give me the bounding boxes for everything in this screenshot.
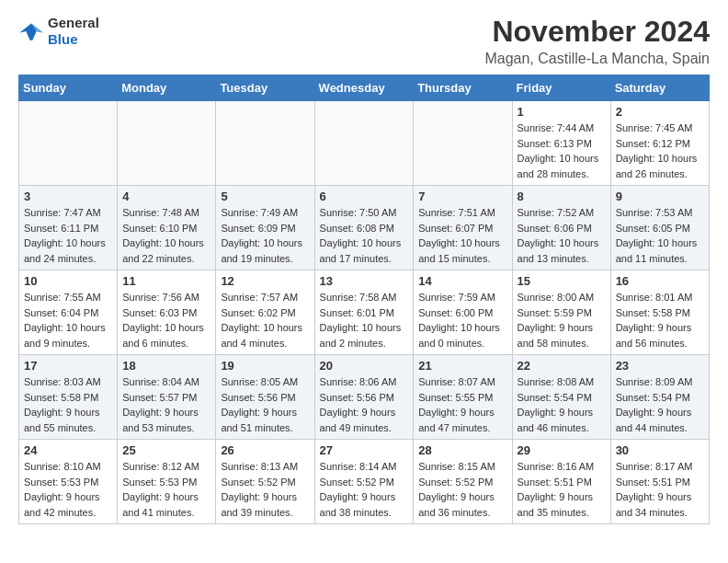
- day-number: 1: [518, 105, 606, 119]
- day-number: 3: [24, 190, 112, 203]
- calendar-week-row: 3Sunrise: 7:47 AMSunset: 6:11 PMDaylight…: [19, 186, 710, 270]
- day-number: 13: [320, 274, 409, 288]
- calendar-day-cell: 27Sunrise: 8:14 AMSunset: 5:52 PMDayligh…: [314, 440, 414, 524]
- weekday-header-thursday: Thursday: [414, 75, 512, 101]
- calendar-day-cell: 5Sunrise: 7:49 AMSunset: 6:09 PMDaylight…: [216, 186, 314, 270]
- calendar-day-cell: 23Sunrise: 8:09 AMSunset: 5:54 PMDayligh…: [610, 355, 709, 440]
- day-number: 15: [518, 274, 606, 288]
- day-detail: Sunrise: 7:58 AMSunset: 6:01 PMDaylight:…: [320, 290, 409, 350]
- day-detail: Sunrise: 8:12 AMSunset: 5:53 PMDaylight:…: [122, 459, 210, 520]
- calendar-week-row: 1Sunrise: 7:44 AMSunset: 6:13 PMDaylight…: [19, 101, 710, 186]
- calendar-week-row: 24Sunrise: 8:10 AMSunset: 5:53 PMDayligh…: [19, 440, 710, 524]
- calendar-day-cell: 12Sunrise: 7:57 AMSunset: 6:02 PMDayligh…: [216, 270, 314, 355]
- title-area: November 2024 Magan, Castille-La Mancha,…: [484, 15, 710, 67]
- day-number: 28: [418, 443, 506, 457]
- day-number: 12: [221, 274, 309, 288]
- logo-general-text: General: [48, 15, 99, 30]
- weekday-header-row: SundayMondayTuesdayWednesdayThursdayFrid…: [19, 75, 710, 101]
- day-detail: Sunrise: 7:44 AMSunset: 6:13 PMDaylight:…: [518, 121, 606, 181]
- location-title: Magan, Castille-La Mancha, Spain: [484, 51, 710, 67]
- day-number: 20: [320, 359, 409, 373]
- day-number: 14: [418, 274, 506, 288]
- day-number: 30: [616, 443, 704, 457]
- weekday-header-monday: Monday: [118, 75, 216, 101]
- empty-day-cell: [19, 101, 118, 186]
- day-detail: Sunrise: 7:53 AMSunset: 6:05 PMDaylight:…: [616, 205, 704, 266]
- logo-bird-icon: [18, 18, 44, 44]
- month-title: November 2024: [484, 15, 710, 49]
- calendar-week-row: 10Sunrise: 7:55 AMSunset: 6:04 PMDayligh…: [19, 270, 710, 355]
- day-number: 9: [616, 190, 704, 203]
- day-detail: Sunrise: 7:50 AMSunset: 6:08 PMDaylight:…: [320, 205, 409, 266]
- calendar-day-cell: 13Sunrise: 7:58 AMSunset: 6:01 PMDayligh…: [314, 270, 414, 355]
- calendar-day-cell: 1Sunrise: 7:44 AMSunset: 6:13 PMDaylight…: [512, 101, 610, 186]
- calendar-day-cell: 17Sunrise: 8:03 AMSunset: 5:58 PMDayligh…: [19, 355, 118, 440]
- day-detail: Sunrise: 7:56 AMSunset: 6:03 PMDaylight:…: [122, 290, 210, 350]
- logo-blue-text: Blue: [48, 31, 78, 47]
- calendar-day-cell: 9Sunrise: 7:53 AMSunset: 6:05 PMDaylight…: [610, 186, 709, 270]
- day-detail: Sunrise: 8:16 AMSunset: 5:51 PMDaylight:…: [518, 459, 606, 520]
- calendar-week-row: 17Sunrise: 8:03 AMSunset: 5:58 PMDayligh…: [19, 355, 710, 440]
- day-detail: Sunrise: 8:10 AMSunset: 5:53 PMDaylight:…: [24, 459, 112, 520]
- calendar-day-cell: 11Sunrise: 7:56 AMSunset: 6:03 PMDayligh…: [118, 270, 216, 355]
- day-number: 29: [518, 443, 606, 457]
- calendar-day-cell: 24Sunrise: 8:10 AMSunset: 5:53 PMDayligh…: [19, 440, 118, 524]
- page-header: General Blue November 2024 Magan, Castil…: [18, 15, 710, 67]
- day-detail: Sunrise: 8:09 AMSunset: 5:54 PMDaylight:…: [616, 374, 704, 435]
- calendar-day-cell: 26Sunrise: 8:13 AMSunset: 5:52 PMDayligh…: [216, 440, 314, 524]
- calendar-day-cell: 2Sunrise: 7:45 AMSunset: 6:12 PMDaylight…: [610, 101, 709, 186]
- day-number: 5: [221, 190, 309, 203]
- day-number: 17: [24, 359, 112, 373]
- day-detail: Sunrise: 8:17 AMSunset: 5:51 PMDaylight:…: [616, 459, 704, 520]
- calendar-day-cell: 22Sunrise: 8:08 AMSunset: 5:54 PMDayligh…: [512, 355, 610, 440]
- calendar-day-cell: 4Sunrise: 7:48 AMSunset: 6:10 PMDaylight…: [118, 186, 216, 270]
- day-number: 26: [221, 443, 309, 457]
- calendar-day-cell: 25Sunrise: 8:12 AMSunset: 5:53 PMDayligh…: [118, 440, 216, 524]
- day-detail: Sunrise: 8:05 AMSunset: 5:56 PMDaylight:…: [221, 374, 309, 435]
- calendar-day-cell: 19Sunrise: 8:05 AMSunset: 5:56 PMDayligh…: [216, 355, 314, 440]
- day-detail: Sunrise: 7:45 AMSunset: 6:12 PMDaylight:…: [616, 121, 704, 181]
- day-number: 24: [24, 443, 112, 457]
- day-number: 7: [418, 190, 506, 203]
- day-number: 10: [24, 274, 112, 288]
- day-number: 25: [122, 443, 210, 457]
- day-detail: Sunrise: 7:55 AMSunset: 6:04 PMDaylight:…: [24, 290, 112, 350]
- day-detail: Sunrise: 8:08 AMSunset: 5:54 PMDaylight:…: [518, 374, 606, 435]
- day-detail: Sunrise: 8:14 AMSunset: 5:52 PMDaylight:…: [320, 459, 409, 520]
- calendar-day-cell: 10Sunrise: 7:55 AMSunset: 6:04 PMDayligh…: [19, 270, 118, 355]
- empty-day-cell: [314, 101, 414, 186]
- svg-marker-0: [19, 24, 42, 40]
- day-detail: Sunrise: 7:59 AMSunset: 6:00 PMDaylight:…: [418, 290, 506, 350]
- day-number: 21: [418, 359, 506, 373]
- day-detail: Sunrise: 7:47 AMSunset: 6:11 PMDaylight:…: [24, 205, 112, 266]
- day-number: 16: [616, 274, 704, 288]
- day-number: 8: [518, 190, 606, 203]
- day-detail: Sunrise: 8:13 AMSunset: 5:52 PMDaylight:…: [221, 459, 309, 520]
- calendar-day-cell: 20Sunrise: 8:06 AMSunset: 5:56 PMDayligh…: [314, 355, 414, 440]
- logo: General Blue: [18, 15, 99, 48]
- day-detail: Sunrise: 7:57 AMSunset: 6:02 PMDaylight:…: [221, 290, 309, 350]
- calendar-day-cell: 6Sunrise: 7:50 AMSunset: 6:08 PMDaylight…: [314, 186, 414, 270]
- day-detail: Sunrise: 8:15 AMSunset: 5:52 PMDaylight:…: [418, 459, 506, 520]
- day-detail: Sunrise: 8:06 AMSunset: 5:56 PMDaylight:…: [320, 374, 409, 435]
- day-detail: Sunrise: 8:04 AMSunset: 5:57 PMDaylight:…: [122, 374, 210, 435]
- day-number: 27: [320, 443, 409, 457]
- calendar-day-cell: 14Sunrise: 7:59 AMSunset: 6:00 PMDayligh…: [414, 270, 512, 355]
- weekday-header-saturday: Saturday: [610, 75, 709, 101]
- day-number: 19: [221, 359, 309, 373]
- calendar-day-cell: 21Sunrise: 8:07 AMSunset: 5:55 PMDayligh…: [414, 355, 512, 440]
- day-number: 2: [616, 105, 704, 119]
- day-number: 4: [122, 190, 210, 203]
- calendar-table: SundayMondayTuesdayWednesdayThursdayFrid…: [18, 75, 710, 524]
- weekday-header-sunday: Sunday: [19, 75, 118, 101]
- day-detail: Sunrise: 7:49 AMSunset: 6:09 PMDaylight:…: [221, 205, 309, 266]
- day-detail: Sunrise: 8:01 AMSunset: 5:58 PMDaylight:…: [616, 290, 704, 350]
- day-number: 6: [320, 190, 409, 203]
- weekday-header-wednesday: Wednesday: [314, 75, 414, 101]
- empty-day-cell: [118, 101, 216, 186]
- calendar-day-cell: 15Sunrise: 8:00 AMSunset: 5:59 PMDayligh…: [512, 270, 610, 355]
- day-number: 22: [518, 359, 606, 373]
- empty-day-cell: [414, 101, 512, 186]
- day-detail: Sunrise: 8:00 AMSunset: 5:59 PMDaylight:…: [518, 290, 606, 350]
- calendar-day-cell: 8Sunrise: 7:52 AMSunset: 6:06 PMDaylight…: [512, 186, 610, 270]
